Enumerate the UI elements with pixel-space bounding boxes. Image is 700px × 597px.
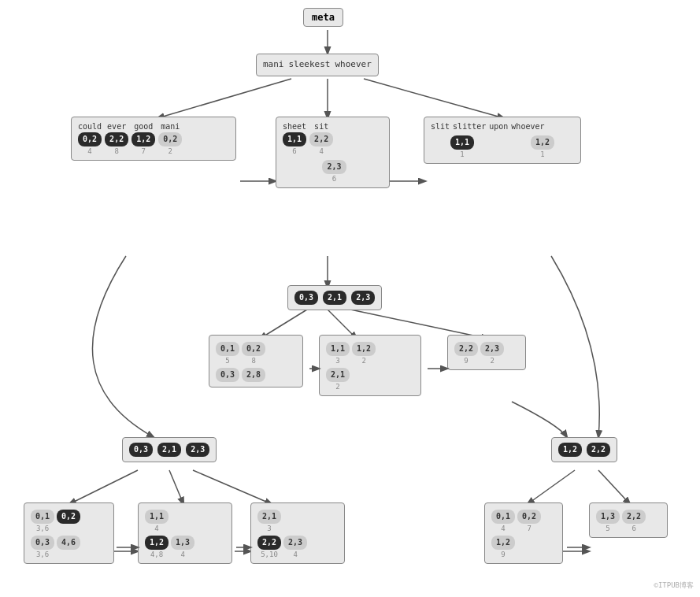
l4c-2-2: 2,2 5,10 [257, 536, 281, 558]
l4-token-2-3: 2,3 [186, 443, 209, 457]
word-sheet: sheet 1,1 6 [283, 122, 306, 155]
svg-line-11 [169, 470, 183, 504]
word-whoever: whoever [335, 59, 371, 69]
token-1-2: 1,2 1 [531, 135, 554, 158]
word-ever: ever 2,2 8 [105, 122, 128, 155]
token-0-2a: 0,2 8 [242, 342, 265, 365]
svg-line-3 [364, 79, 504, 118]
l4b-1-1: 1,1 4 [145, 510, 169, 532]
token-2-8: 2,8 [242, 368, 265, 382]
level3-right-node: 2,2 9 2,3 2 [447, 335, 526, 370]
token-1-1b: 1,1 3 [326, 342, 350, 365]
l4b-1-2: 1,2 4,8 [145, 536, 169, 558]
l4b-1-3: 1,3 4 [171, 536, 194, 558]
l4rb-2-2: 2,2 6 [622, 510, 646, 532]
token-1-2b: 1,2 2 [352, 342, 376, 365]
level4-right-single: 1,2 2,2 [551, 437, 617, 462]
word-whoever2: whoever [511, 122, 544, 132]
meta-node: meta [303, 8, 343, 27]
word-slitter: slitter [453, 122, 486, 132]
token-0-3b: 0,3 [216, 368, 239, 382]
level4-left-single: 0,3 2,1 2,3 [122, 437, 217, 462]
token-2-3b: 2,3 2 [480, 342, 504, 365]
token-0-1: 0,1 5 [216, 342, 239, 365]
l4ra-0-1: 0,1 4 [491, 510, 515, 532]
l4rb-1-3: 1,3 5 [596, 510, 620, 532]
level3-single-node: 0,3 2,1 2,3 [287, 285, 382, 310]
token-2-1a: 2,1 [323, 291, 346, 305]
token-2-2a: 2,2 9 [454, 342, 478, 365]
level2-left-node: could 0,2 4 ever 2,2 8 good 1,2 7 mani 0… [71, 117, 236, 161]
svg-line-14 [598, 470, 630, 504]
level2-mid-node: sheet 1,1 6 sit 2,2 4 2,3 6 [276, 117, 390, 188]
l4a-0-2: 0,2 [57, 510, 80, 524]
svg-line-12 [193, 470, 272, 504]
svg-line-1 [157, 79, 291, 118]
level4-left-c: 2,1 3 2,2 5,10 2,3 4 [250, 502, 345, 564]
token-1-1: 1,1 1 [450, 135, 474, 158]
l4a-0-3: 0,3 3,6 [31, 536, 54, 558]
word-mani2: mani 0,2 2 [158, 122, 182, 155]
level4-right-b: 1,3 5 2,2 6 [589, 502, 668, 538]
l4ra-0-2: 0,2 7 [517, 510, 541, 532]
l4c-2-3: 2,3 4 [283, 536, 307, 558]
level3-mid-node: 1,1 3 1,2 2 2,1 2 [319, 335, 421, 396]
word-slit: slit [431, 122, 450, 132]
level2-right-node: slit slitter upon whoever 1,1 1 1,2 1 [424, 117, 581, 164]
l4ra-1-2: 1,2 9 [491, 536, 515, 558]
l4a-4-6: 4,6 [57, 536, 80, 550]
token-2-3a: 2,3 [351, 291, 375, 305]
word-sleekest: sleekest [289, 59, 331, 69]
word-sit: sit 2,2 4 [309, 122, 333, 155]
level4-left-a: 0,1 3,6 0,2 0,3 3,6 4,6 [24, 502, 114, 564]
level3-left-node: 0,1 5 0,2 8 0,3 2,8 [209, 335, 303, 387]
level4-left-b: 1,1 4 1,2 4,8 1,3 4 [138, 502, 232, 564]
l4a-0-1: 0,1 3,6 [31, 510, 54, 532]
l4r-token-2-2: 2,2 [587, 443, 610, 457]
word-mani: mani [263, 59, 284, 69]
level4-right-a: 0,1 4 0,2 7 1,2 9 [484, 502, 563, 564]
word-sleekest: 2,3 6 [286, 160, 383, 183]
watermark: ©ITPUB博客 [654, 580, 694, 591]
svg-line-10 [69, 470, 138, 504]
l4-token-0-3: 0,3 [129, 443, 153, 457]
meta-label: meta [312, 12, 335, 23]
l4c-2-1: 2,1 3 [257, 510, 281, 532]
svg-line-13 [528, 470, 575, 504]
word-good: good 1,2 7 [131, 122, 155, 155]
token-2-1b: 2,1 2 [326, 368, 350, 391]
token-0-3a: 0,3 [294, 291, 318, 305]
l4-token-2-1: 2,1 [157, 443, 181, 457]
level1-node: mani sleekest whoever [256, 54, 379, 76]
word-could: could 0,2 4 [78, 122, 102, 155]
l4r-token-1-2: 1,2 [558, 443, 582, 457]
word-upon: upon [489, 122, 508, 132]
diagram: meta mani sleekest whoever could 0,2 4 e… [0, 0, 700, 597]
